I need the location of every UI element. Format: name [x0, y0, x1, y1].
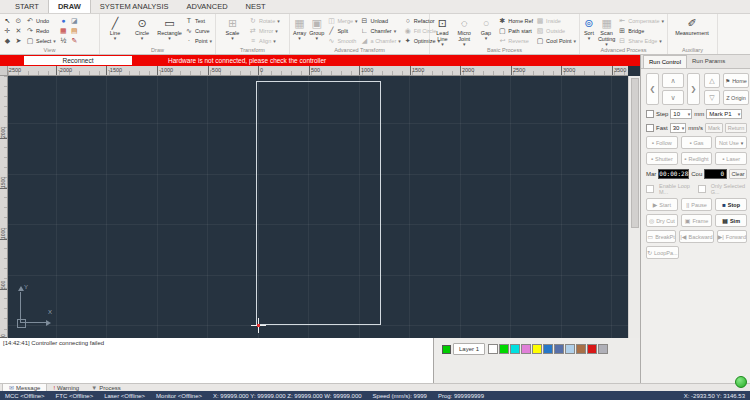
- step-value-select[interactable]: 10▾: [670, 109, 692, 119]
- layer-color-swatch[interactable]: [576, 344, 586, 354]
- split-button[interactable]: ╱Split: [327, 26, 357, 35]
- line-button[interactable]: ╱Line▾: [103, 16, 127, 45]
- sort-button[interactable]: ⊚Sort▾: [583, 16, 595, 47]
- measurement-button[interactable]: ✐Measurement: [671, 16, 713, 45]
- reconnect-button[interactable]: Reconnect: [24, 56, 132, 65]
- start-button[interactable]: ▶Start: [646, 198, 678, 211]
- tab-run-control[interactable]: Run Control: [643, 55, 687, 68]
- chamfer-button[interactable]: ∟Chamfer▾: [361, 26, 401, 35]
- tab-process[interactable]: ▼Process: [85, 384, 127, 391]
- layer-color-swatch[interactable]: [598, 344, 608, 354]
- mark-position-select[interactable]: Mark P1▾: [706, 109, 742, 119]
- pan-icon[interactable]: ✛: [3, 26, 12, 35]
- scrollbar-thumb[interactable]: [631, 78, 639, 228]
- half-scale-icon[interactable]: ½: [59, 36, 68, 45]
- path-start-button[interactable]: ▢Path start: [498, 26, 533, 35]
- mirror-button[interactable]: ⇄Mirror▾: [249, 26, 280, 35]
- ribbon-tab-system-analysis[interactable]: SYSTEM ANALYSIS: [91, 0, 178, 13]
- forward-button[interactable]: ▶|Forward: [717, 230, 747, 243]
- a-chamfer-button[interactable]: ◢a Chamfer▾: [361, 36, 401, 45]
- outside-button[interactable]: ▧Outside: [536, 26, 576, 35]
- layer-color-swatch[interactable]: [521, 344, 531, 354]
- jog-up-button[interactable]: ∧: [662, 73, 684, 88]
- breakpt-button[interactable]: ▭BreakPt: [646, 230, 676, 243]
- layer-color-swatch[interactable]: [543, 344, 553, 354]
- shutter-toggle[interactable]: ▪Shutter: [646, 152, 678, 165]
- home-button[interactable]: ⚑ Home: [723, 73, 749, 88]
- not-use-toggle[interactable]: Not Use▾: [715, 136, 747, 149]
- follow-toggle[interactable]: ▪Follow: [646, 136, 678, 149]
- clipboard-icon[interactable]: ▤: [70, 26, 79, 35]
- looppa-button[interactable]: ↻LoopPa...: [646, 246, 679, 259]
- layer-color-swatch[interactable]: [554, 344, 564, 354]
- align-button[interactable]: ≡Align▾: [249, 36, 280, 45]
- inside-button[interactable]: ▩Inside: [536, 16, 576, 25]
- text-button[interactable]: TText: [185, 16, 212, 25]
- edit-node-icon[interactable]: ✎: [70, 36, 79, 45]
- unload-button[interactable]: ⊟Unload: [361, 16, 401, 25]
- canvas-vertical-scrollbar[interactable]: [628, 76, 640, 338]
- mark-button[interactable]: Mark: [705, 123, 723, 133]
- select-button[interactable]: ▢Select▾: [26, 36, 56, 45]
- scale-button[interactable]: ⊞Scale▾: [219, 16, 246, 45]
- only-selected-checkbox[interactable]: [698, 185, 706, 193]
- show-point-icon[interactable]: ●: [59, 16, 68, 25]
- home-ref-button[interactable]: ✱Home Ref: [498, 16, 533, 25]
- step-checkbox[interactable]: [646, 110, 654, 118]
- bridge-button[interactable]: ⊞Bridge: [618, 26, 664, 35]
- ribbon-tab-advanced[interactable]: ADVANCED: [177, 0, 236, 13]
- compensate-button[interactable]: ⇤Compensate▾: [618, 16, 664, 25]
- tab-warning[interactable]: !Warning: [47, 384, 85, 391]
- lead-line-button[interactable]: ⊡Lead Line▾: [433, 16, 452, 47]
- smooth-button[interactable]: ∿Smooth: [327, 36, 357, 45]
- ribbon-tab-start[interactable]: START: [6, 0, 48, 13]
- layer-button[interactable]: Layer 1: [453, 343, 485, 355]
- tab-run-params[interactable]: Run Params: [687, 55, 730, 68]
- z-origin-button[interactable]: Z Origin: [723, 90, 749, 105]
- array-button[interactable]: ▦Array▾: [293, 16, 306, 45]
- fast-value-select[interactable]: 30▾: [670, 123, 687, 133]
- share-edge-button[interactable]: ⊟Share Edge▾: [618, 36, 664, 45]
- jog-down-button[interactable]: ∨: [662, 90, 684, 105]
- layer-color-swatch[interactable]: [587, 344, 597, 354]
- sheet-rectangle[interactable]: [256, 81, 381, 325]
- rotate-button[interactable]: ↻Rotate▾: [249, 16, 280, 25]
- layer-color-swatch[interactable]: [499, 344, 509, 354]
- rectangle-button[interactable]: ▭Rectangle▾: [157, 16, 182, 45]
- backward-button[interactable]: |◀Backward: [679, 230, 713, 243]
- fast-checkbox[interactable]: [646, 124, 654, 132]
- reverse-button[interactable]: ↩Reverse: [498, 36, 533, 45]
- point-button[interactable]: ·Point▾: [185, 36, 212, 45]
- fit-view-icon[interactable]: ◆: [3, 36, 12, 45]
- curve-button[interactable]: ∿Curve: [185, 26, 212, 35]
- jog-right-button[interactable]: ❯: [687, 73, 700, 105]
- zoom-icon[interactable]: ⊙: [14, 16, 23, 25]
- frame-button[interactable]: ▣Frame: [681, 214, 713, 227]
- select-cursor-icon[interactable]: ↖: [3, 16, 12, 25]
- undo-button[interactable]: ↶Undo: [26, 16, 56, 25]
- layer-color-swatch[interactable]: [488, 344, 498, 354]
- redlight-toggle[interactable]: ▪Redlight: [681, 152, 713, 165]
- clear-button[interactable]: Clear: [729, 169, 747, 179]
- pick-icon[interactable]: ➤: [14, 36, 23, 45]
- group-button[interactable]: ▣Group▾: [309, 16, 324, 45]
- gas-toggle[interactable]: ▪Gas: [681, 136, 713, 149]
- z-up-button[interactable]: △: [704, 73, 720, 88]
- redo-button[interactable]: ↷Redo: [26, 26, 56, 35]
- scan-cutting-button[interactable]: ▦Scan Cutting▾: [598, 16, 615, 47]
- layer-color-swatch[interactable]: [510, 344, 520, 354]
- drawing-canvas[interactable]: Y X: [8, 76, 628, 338]
- layer-color-swatch[interactable]: [532, 344, 542, 354]
- ribbon-tab-draw[interactable]: DRAW: [48, 0, 91, 13]
- shade-view-icon[interactable]: ◪: [70, 16, 79, 25]
- layer-color-swatch[interactable]: [565, 344, 575, 354]
- connection-indicator[interactable]: [735, 376, 747, 388]
- pause-button[interactable]: ||Pause: [681, 198, 713, 211]
- cool-point-button[interactable]: ▢Cool Point▾: [536, 36, 576, 45]
- z-down-button[interactable]: ▽: [704, 90, 720, 105]
- sim-button[interactable]: ▤Sim: [715, 214, 747, 227]
- ribbon-tab-nest[interactable]: NEST: [237, 0, 275, 13]
- laser-toggle[interactable]: ▪Laser: [715, 152, 747, 165]
- circle-button[interactable]: ⊙Circle▾: [130, 16, 154, 45]
- merge-button[interactable]: ◫Merge▾: [327, 16, 357, 25]
